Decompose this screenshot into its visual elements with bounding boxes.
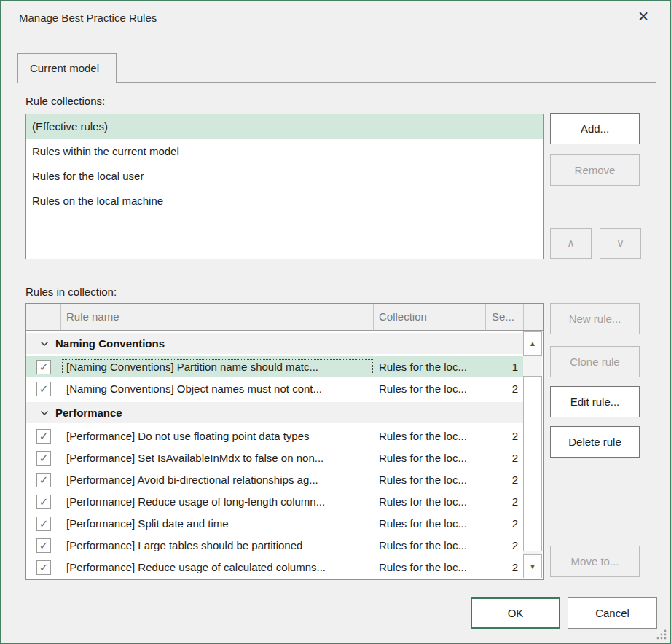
scrollbar-thumb[interactable]: [523, 376, 542, 551]
check-icon: ✓: [39, 518, 49, 529]
rule-collection-cell[interactable]: Rules for the loc...: [374, 474, 486, 486]
rule-collection-item[interactable]: Rules on the local machine: [26, 189, 543, 213]
rule-collection-cell[interactable]: Rules for the loc...: [374, 539, 486, 551]
dialog-title: Manage Best Practice Rules: [19, 12, 157, 24]
rule-name-cell[interactable]: [Performance] Set IsAvailableInMdx to fa…: [61, 449, 374, 466]
check-icon: ✓: [39, 474, 49, 485]
check-icon: ✓: [39, 361, 49, 372]
rule-name-cell[interactable]: [Performance] Reduce usage of calculated…: [61, 559, 374, 576]
rule-row[interactable]: ✓[Naming Conventions] Partition name sho…: [26, 356, 524, 378]
rule-collection-cell[interactable]: Rules for the loc...: [374, 452, 486, 464]
edit-rule-button[interactable]: Edit rule...: [550, 386, 640, 417]
rule-group-row[interactable]: Naming Conventions: [26, 331, 524, 356]
column-header-severity[interactable]: Se...: [486, 304, 524, 330]
rule-group-name: Performance: [55, 407, 122, 419]
rule-severity-cell[interactable]: 2: [486, 474, 524, 486]
cancel-button[interactable]: Cancel: [568, 597, 657, 629]
ok-button[interactable]: OK: [471, 597, 560, 629]
scroll-down-button[interactable]: ▼: [523, 554, 542, 578]
rule-severity-cell[interactable]: 2: [486, 495, 524, 508]
column-header-collection[interactable]: Collection: [374, 304, 486, 330]
rule-row[interactable]: ✓[Performance] Avoid bi-directional rela…: [26, 469, 524, 491]
move-to-button[interactable]: Move to...: [550, 546, 640, 577]
chevron-down-icon: [40, 341, 49, 347]
rule-collection-item[interactable]: (Effective rules): [26, 114, 543, 139]
rule-collection-cell[interactable]: Rules for the loc...: [374, 495, 486, 508]
rule-row[interactable]: ✓[Performance] Set IsAvailableInMdx to f…: [26, 447, 524, 469]
rule-checkbox[interactable]: ✓: [36, 560, 51, 575]
close-icon[interactable]: ×: [633, 6, 654, 26]
rule-name-cell[interactable]: [Naming Conventions] Partition name shou…: [61, 358, 374, 375]
rule-severity-cell[interactable]: 2: [486, 382, 524, 395]
delete-rule-button[interactable]: Delete rule: [550, 426, 640, 458]
clone-rule-button[interactable]: Clone rule: [550, 346, 640, 377]
add-button[interactable]: Add...: [550, 113, 640, 144]
resize-grip[interactable]: [656, 629, 667, 640]
rule-severity-cell[interactable]: 2: [486, 452, 524, 464]
rule-checkbox-cell: ✓: [26, 538, 61, 553]
rule-name-cell[interactable]: [Performance] Avoid bi-directional relat…: [61, 471, 374, 488]
rule-collection-cell[interactable]: Rules for the loc...: [374, 382, 486, 395]
rule-name-cell[interactable]: [Performance] Large tables should be par…: [61, 537, 374, 554]
rule-row[interactable]: ✓[Performance] Large tables should be pa…: [26, 535, 524, 557]
rule-collection-item[interactable]: Rules within the current model: [26, 139, 543, 164]
rule-severity-cell[interactable]: 2: [486, 430, 524, 442]
rule-row[interactable]: ✓[Performance] Reduce usage of calculate…: [26, 557, 524, 578]
rule-checkbox[interactable]: ✓: [36, 382, 51, 396]
scroll-down-icon: ▼: [529, 562, 536, 570]
rules-table-body: Naming Conventions✓[Naming Conventions] …: [26, 331, 543, 579]
new-rule-button[interactable]: New rule...: [550, 303, 640, 334]
rule-name-cell[interactable]: [Performance] Reduce usage of long-lengt…: [61, 493, 374, 510]
rule-row[interactable]: ✓[Performance] Do not use floating point…: [26, 425, 524, 447]
rule-name-cell[interactable]: [Performance] Split date and time: [61, 515, 374, 532]
rule-name-cell[interactable]: [Naming Conventions] Object names must n…: [61, 380, 374, 397]
column-header-rule-name[interactable]: Rule name: [61, 304, 374, 330]
move-down-button[interactable]: ∨: [600, 228, 641, 259]
rule-checkbox[interactable]: ✓: [36, 429, 51, 444]
check-icon: ✓: [39, 452, 49, 463]
rule-collections-label: Rule collections:: [25, 95, 105, 107]
rule-checkbox[interactable]: ✓: [36, 360, 51, 374]
rule-checkbox[interactable]: ✓: [36, 473, 51, 487]
rule-checkbox-cell: ✓: [26, 560, 61, 575]
rule-checkbox[interactable]: ✓: [36, 451, 51, 466]
rule-checkbox-cell: ✓: [26, 382, 61, 396]
rule-row[interactable]: ✓[Naming Conventions] Object names must …: [26, 378, 524, 400]
rule-collection-cell[interactable]: Rules for the loc...: [374, 517, 486, 530]
rule-collection-item[interactable]: Rules for the local user: [26, 164, 543, 189]
rule-checkbox-cell: ✓: [26, 429, 61, 444]
move-up-button[interactable]: ∧: [550, 228, 592, 259]
rules-table: Rule name Collection Se... Naming Conven…: [25, 303, 544, 580]
rule-row[interactable]: ✓[Performance] Reduce usage of long-leng…: [26, 491, 524, 513]
chevron-up-icon: ∧: [567, 237, 575, 249]
rule-checkbox-cell: ✓: [26, 360, 61, 374]
check-icon: ✓: [39, 383, 49, 394]
rules-in-collection-label: Rules in collection:: [25, 286, 117, 298]
rule-group-row[interactable]: Performance: [26, 400, 524, 425]
rule-collections-list: (Effective rules)Rules within the curren…: [25, 114, 544, 259]
manage-best-practice-rules-dialog: Manage Best Practice Rules × Current mod…: [0, 0, 671, 644]
check-icon: ✓: [39, 562, 49, 573]
tab-current-model[interactable]: Current model: [17, 53, 117, 83]
rule-checkbox-cell: ✓: [26, 473, 61, 487]
chevron-down-icon: [40, 410, 49, 416]
scroll-up-icon: ▲: [529, 339, 536, 347]
scroll-up-button[interactable]: ▲: [523, 331, 542, 356]
rule-severity-cell[interactable]: 2: [486, 561, 524, 573]
column-header-checkbox: [26, 304, 61, 330]
rule-checkbox[interactable]: ✓: [36, 538, 51, 553]
rule-collection-cell[interactable]: Rules for the loc...: [374, 361, 486, 373]
remove-button[interactable]: Remove: [550, 154, 640, 186]
rule-severity-cell[interactable]: 2: [486, 517, 524, 530]
rule-collection-cell[interactable]: Rules for the loc...: [374, 430, 486, 442]
rule-row[interactable]: ✓[Performance] Split date and timeRules …: [26, 513, 524, 535]
rule-name-cell[interactable]: [Performance] Do not use floating point …: [61, 428, 374, 444]
rule-checkbox[interactable]: ✓: [36, 495, 51, 509]
rule-severity-cell[interactable]: 2: [486, 539, 524, 551]
rule-group-name: Naming Conventions: [55, 337, 165, 350]
tab-page: Rule collections: (Effective rules)Rules…: [17, 82, 656, 584]
rule-severity-cell[interactable]: 1: [486, 361, 524, 373]
rule-checkbox[interactable]: ✓: [36, 517, 51, 531]
rule-collection-cell[interactable]: Rules for the loc...: [374, 561, 486, 573]
table-scrollbar[interactable]: ▲ ▼: [523, 331, 542, 578]
